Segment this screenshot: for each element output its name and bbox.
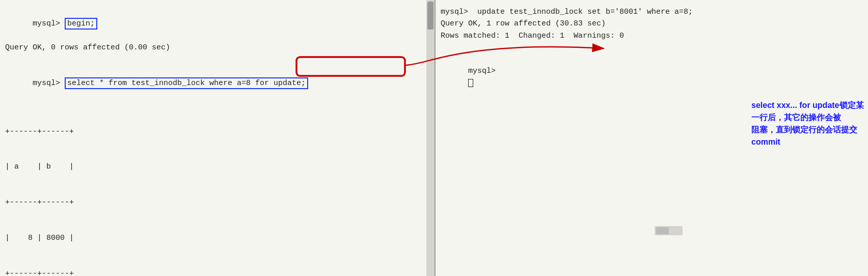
right-query-ok: Query OK, 1 row affected (30.83 sec) bbox=[441, 18, 863, 30]
left-line-begin: mysql> begin; bbox=[5, 6, 429, 42]
scrollbar-thumb[interactable] bbox=[427, 2, 433, 30]
right-rows-matched: Rows matched: 1 Changed: 1 Warnings: 0 bbox=[441, 30, 863, 42]
right-scrollbar-h[interactable] bbox=[655, 226, 683, 235]
left-line-select: mysql> select * from test_innodb_lock wh… bbox=[5, 65, 429, 101]
right-prompt: mysql> bbox=[468, 67, 500, 75]
table-divider-mid: +------+------+ bbox=[5, 197, 429, 208]
main-container: mysql> begin; Query OK, 0 rows affected … bbox=[0, 0, 868, 276]
table-header: | a | b | bbox=[5, 161, 429, 173]
right-panel: mysql> update test_innodb_lock set b='80… bbox=[436, 0, 868, 276]
left-prompt-1: mysql> bbox=[33, 19, 65, 28]
right-cursor bbox=[468, 79, 473, 87]
right-line-update: mysql> update test_innodb_lock set b='80… bbox=[441, 6, 863, 18]
annotation-line2: 阻塞，直到锁定行的会话提交commit bbox=[751, 124, 868, 148]
annotation-line1: select xxx... for update锁定某一行后，其它的操作会被 bbox=[751, 99, 868, 124]
left-panel: mysql> begin; Query OK, 0 rows affected … bbox=[0, 0, 436, 276]
table-divider-top: +------+------+ bbox=[5, 126, 429, 137]
annotation-block: select xxx... for update锁定某一行后，其它的操作会被 阻… bbox=[751, 99, 868, 148]
begin-cmd-box: begin; bbox=[65, 18, 97, 30]
left-blank-1 bbox=[5, 53, 429, 65]
table-divider-bot: +------+------+ bbox=[5, 268, 429, 277]
right-final-prompt: mysql> bbox=[441, 53, 863, 101]
right-blank-1 bbox=[441, 42, 863, 53]
table-display: +------+------+ | a | b | +------+------… bbox=[5, 102, 429, 276]
left-prompt-2: mysql> bbox=[33, 79, 65, 88]
left-query-ok-1: Query OK, 0 rows affected (0.00 sec) bbox=[5, 42, 429, 53]
select-cmd-box: select * from test_innodb_lock where a=8… bbox=[65, 77, 308, 89]
table-row: | 8 | 8000 | bbox=[5, 232, 429, 244]
right-scrollbar-thumb-h[interactable] bbox=[656, 227, 669, 234]
